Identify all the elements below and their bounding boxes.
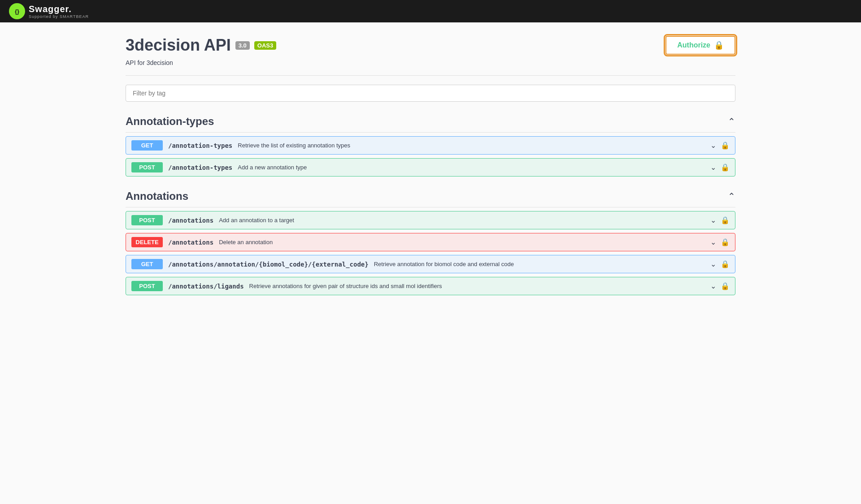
chevron-down-icon[interactable]: ⌄ [710, 238, 716, 246]
group-header-annotations[interactable]: Annotations ⌃ [126, 185, 735, 207]
endpoint-path: /annotation-types [168, 164, 232, 171]
method-badge-post: POST [131, 281, 163, 291]
group-title-annotations: Annotations [126, 190, 188, 202]
endpoint-row[interactable]: POST /annotation-types Add a new annotat… [126, 158, 735, 177]
endpoint-actions: ⌄ 🔒 [710, 282, 730, 290]
lock-icon: 🔒 [721, 141, 730, 150]
chevron-down-icon[interactable]: ⌄ [710, 141, 716, 150]
method-badge-get: GET [131, 140, 163, 151]
endpoint-path: /annotations [168, 239, 213, 246]
oas-badge: OAS3 [254, 41, 276, 50]
endpoint-desc: Add a new annotation type [238, 164, 710, 171]
endpoint-desc: Retrieve annotations for given pair of s… [249, 283, 710, 289]
group-title-annotation-types: Annotation-types [126, 115, 214, 128]
method-badge-post: POST [131, 162, 163, 172]
chevron-down-icon[interactable]: ⌄ [710, 163, 716, 172]
lock-icon: 🔒 [721, 282, 730, 290]
endpoint-actions: ⌄ 🔒 [710, 141, 730, 150]
endpoint-desc: Delete an annotation [219, 239, 710, 246]
lock-icon: 🔒 [721, 216, 730, 224]
endpoint-path: /annotations/annotation/{biomol_code}/{e… [168, 261, 369, 268]
endpoint-group-annotations: Annotations ⌃ POST /annotations Add an a… [126, 185, 735, 295]
swagger-logo-sub: Supported by SMARTBEAR [29, 14, 89, 19]
lock-icon: 🔒 [721, 238, 730, 246]
lock-icon: 🔒 [721, 260, 730, 268]
api-title: 3decision API [126, 36, 231, 55]
filter-input[interactable] [126, 85, 735, 102]
version-badge: 3.0 [235, 41, 250, 50]
endpoint-actions: ⌄ 🔒 [710, 216, 730, 224]
swagger-logo-text: Swagger. [29, 4, 72, 14]
endpoint-group-annotation-types: Annotation-types ⌃ GET /annotation-types… [126, 111, 735, 177]
method-badge-get: GET [131, 259, 163, 269]
groups-container: Annotation-types ⌃ GET /annotation-types… [126, 111, 735, 295]
chevron-up-icon: ⌃ [728, 116, 735, 127]
method-badge-delete: DELETE [131, 237, 163, 247]
endpoint-row[interactable]: POST /annotations/ligands Retrieve annot… [126, 277, 735, 295]
endpoint-desc: Retrieve the list of existing annotation… [238, 142, 710, 149]
authorize-label: Authorize [677, 41, 710, 49]
authorize-btn-container: Authorize 🔒 [665, 36, 735, 55]
swagger-logo: {} Swagger. Supported by SMARTBEAR [9, 3, 89, 19]
endpoint-path: /annotations/ligands [168, 283, 244, 290]
chevron-down-icon[interactable]: ⌄ [710, 282, 716, 290]
api-title-section: 3decision API 3.0 OAS3 API for 3decision… [126, 22, 735, 76]
chevron-down-icon[interactable]: ⌄ [710, 216, 716, 224]
group-header-annotation-types[interactable]: Annotation-types ⌃ [126, 111, 735, 133]
endpoint-actions: ⌄ 🔒 [710, 238, 730, 246]
endpoint-actions: ⌄ 🔒 [710, 163, 730, 172]
endpoint-row[interactable]: POST /annotations Add an annotation to a… [126, 211, 735, 229]
swagger-logo-icon: {} [9, 3, 25, 19]
chevron-down-icon[interactable]: ⌄ [710, 260, 716, 268]
method-badge-post: POST [131, 215, 163, 225]
lock-icon: 🔒 [721, 163, 730, 172]
endpoint-desc: Retrieve annotation for biomol code and … [374, 261, 710, 267]
endpoint-actions: ⌄ 🔒 [710, 260, 730, 268]
filter-section [126, 76, 735, 111]
header: {} Swagger. Supported by SMARTBEAR [0, 0, 861, 22]
lock-icon: 🔒 [714, 40, 724, 50]
endpoint-row[interactable]: DELETE /annotations Delete an annotation… [126, 233, 735, 251]
endpoint-path: /annotation-types [168, 142, 232, 149]
chevron-up-icon: ⌃ [728, 191, 735, 202]
endpoint-path: /annotations [168, 217, 213, 224]
svg-text:{}: {} [15, 8, 19, 15]
endpoint-row[interactable]: GET /annotation-types Retrieve the list … [126, 136, 735, 155]
authorize-button[interactable]: Authorize 🔒 [665, 36, 735, 55]
main-content: 3decision API 3.0 OAS3 API for 3decision… [108, 22, 753, 295]
api-title-row: 3decision API 3.0 OAS3 [126, 36, 735, 55]
api-description: API for 3decision [126, 59, 735, 66]
endpoint-desc: Add an annotation to a target [219, 217, 710, 224]
endpoint-row[interactable]: GET /annotations/annotation/{biomol_code… [126, 255, 735, 273]
